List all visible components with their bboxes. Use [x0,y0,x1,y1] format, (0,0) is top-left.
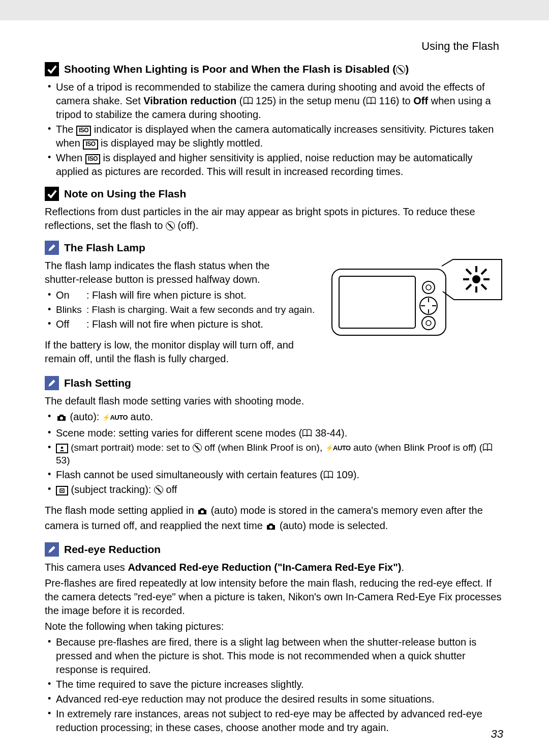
iso-indicator-icon: ISO [76,126,91,136]
section-title-text: The Flash Lamp [64,242,145,254]
list-item: (smart portrait) mode: set to off (when … [45,441,504,467]
flash-off-icon [154,485,163,495]
list-item: Scene mode: setting varies for different… [45,426,504,440]
note-icon [45,187,59,201]
section-flash-lamp: The Flash Lamp The flash lamp indicates … [45,241,504,368]
iso-indicator-icon: ISO [83,139,98,150]
body-text: Reflections from dust particles in the a… [45,205,504,232]
smart-portrait-icon [56,444,68,453]
flash-off-icon [396,65,405,74]
svg-point-2 [422,281,435,294]
svg-point-5 [426,321,431,326]
page-ref-icon [482,442,493,450]
list-item: Advanced red-eye reduction may not produ… [45,692,504,706]
section-title: Flash Setting [45,376,504,390]
list-item: (subject tracking): off [45,483,504,497]
list-item: (auto): ⚡AUTO auto. [45,410,504,425]
body-text: Note the following when taking pictures: [45,620,504,633]
flash-auto-icon: ⚡AUTO [325,444,351,452]
list-item: Blinks: Flash is charging. Wait a few se… [45,303,319,316]
flash-auto-icon: ⚡AUTO [102,414,128,421]
info-pencil-icon [45,241,59,255]
svg-point-11 [62,490,63,491]
section-title: Note on Using the Flash [45,187,504,201]
section-title-text: Shooting When Lighting is Poor and When … [64,63,396,75]
list-item: The time required to save the picture in… [45,678,504,691]
page-ref-icon [366,95,376,103]
section-note-flash: Note on Using the Flash Reflections from… [45,187,504,232]
svg-point-13 [269,526,272,529]
list-item: On: Flash will fire when picture is shot… [45,288,319,302]
svg-point-7 [473,276,479,282]
manual-page: Using the Flash Shooting When Lighting i… [0,20,549,756]
section-title: Red-eye Reduction [45,542,504,557]
svg-point-9 [61,446,64,449]
subject-tracking-icon [56,486,68,496]
list-item: The ISO indicator is displayed when the … [45,123,504,150]
svg-point-8 [60,417,63,420]
note-icon [45,62,59,76]
page-header: Using the Flash [45,40,504,53]
section-flash-setting: Flash Setting The default flash mode set… [45,376,504,534]
section-red-eye: Red-eye Reduction This camera uses Advan… [45,542,504,735]
body-text: Pre-flashes are fired repeatedly at low … [45,576,504,618]
flash-off-icon [166,221,175,230]
list-item: Because pre-flashes are fired, there is … [45,635,504,677]
section-poor-lighting: Shooting When Lighting is Poor and When … [45,62,504,179]
section-title: Shooting When Lighting is Poor and When … [45,62,504,76]
info-pencil-icon [45,542,59,557]
info-pencil-icon [45,376,59,390]
body-text: This camera uses Advanced Red-eye Reduct… [45,561,504,574]
body-text: The flash mode setting applied in (auto)… [45,504,504,534]
page-ref-icon [323,469,333,477]
list-item: In extremely rare instances, areas not s… [45,707,504,735]
camera-flash-lamp-illustration [329,259,504,340]
camera-auto-icon [197,505,208,519]
page-ref-icon [243,95,253,103]
page-number: 33 [491,728,503,741]
camera-auto-icon [265,520,277,534]
svg-point-12 [201,510,204,513]
svg-rect-1 [339,276,415,328]
flash-off-icon [193,443,202,452]
body-text: The default flash mode setting varies wi… [45,394,504,408]
iso-indicator-icon: ISO [85,154,100,164]
svg-point-3 [426,285,431,290]
camera-auto-icon [56,412,67,425]
body-text: If the battery is low, the monitor displ… [45,338,319,366]
body-text: The flash lamp indicates the flash statu… [45,259,299,286]
section-title-text: Flash Setting [64,377,131,389]
section-title-end: ) [405,63,409,75]
section-title: The Flash Lamp [45,241,504,255]
list-item: Use of a tripod is recommended to stabil… [45,80,504,122]
list-item: Off: Flash will not fire when picture is… [45,317,319,331]
section-title-text: Red-eye Reduction [64,543,161,556]
svg-point-4 [422,316,435,330]
section-title-text: Note on Using the Flash [64,188,186,200]
page-ref-icon [302,427,312,435]
list-item: When ISO is displayed and higher sensiti… [45,151,504,179]
list-item: Flash cannot be used simultaneously with… [45,468,504,482]
